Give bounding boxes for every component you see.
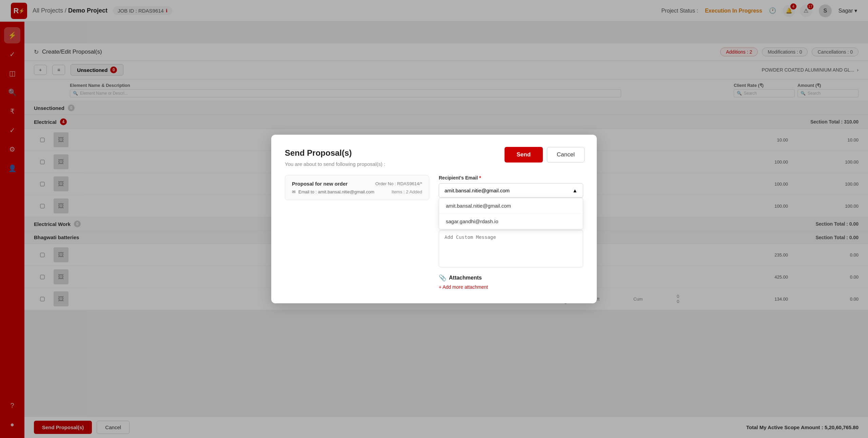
proposal-name: Proposal for new order xyxy=(292,181,348,187)
modal-actions: Send Cancel xyxy=(505,147,585,163)
email-option-1-text: amit.bansal.nitie@gmail.com xyxy=(446,203,511,209)
modal-overlay: Send Cancel Send Proposal(s) You are abo… xyxy=(0,0,868,438)
proposal-card-header: Proposal for new order Order No : RDAS96… xyxy=(292,181,422,187)
attachments-section: 📎 Attachments + Add more attachment xyxy=(439,274,583,290)
proposal-order: Order No : RDAS9614/* xyxy=(375,181,422,186)
proposal-email-row: ✉ Email to : amit.bansal.nitie@gmail.com… xyxy=(292,189,422,194)
custom-message-input[interactable] xyxy=(439,230,583,267)
modal-left-panel: Proposal for new order Order No : RDAS96… xyxy=(285,175,429,290)
recipient-email-label: Recipient's Email * xyxy=(439,175,583,180)
chevron-up-icon: ▲ xyxy=(572,188,577,193)
proposal-card: Proposal for new order Order No : RDAS96… xyxy=(285,175,429,200)
recipient-email-text: Recipient's Email xyxy=(439,175,478,180)
email-dropdown-menu: amit.bansal.nitie@gmail.com sagar.gandhi… xyxy=(439,198,583,229)
email-select[interactable]: amit.bansal.nitie@gmail.com ▲ xyxy=(439,183,583,198)
email-icon: ✉ xyxy=(292,189,296,194)
email-option-2[interactable]: sagar.gandhi@rdash.io xyxy=(439,214,583,229)
send-proposal-modal: Send Cancel Send Proposal(s) You are abo… xyxy=(271,135,597,303)
attachments-header: 📎 Attachments xyxy=(439,274,583,282)
modal-right-panel: Recipient's Email * amit.bansal.nitie@gm… xyxy=(439,175,583,290)
add-attachment-link[interactable]: + Add more attachment xyxy=(439,284,583,290)
proposal-items: Items : 2 Added xyxy=(392,189,422,194)
proposal-email: Email to : amit.bansal.nitie@gmail.com xyxy=(298,189,374,194)
email-option-2-text: sagar.gandhi@rdash.io xyxy=(446,218,498,224)
paperclip-icon: 📎 xyxy=(439,274,446,282)
selected-email-text: amit.bansal.nitie@gmail.com xyxy=(445,188,510,193)
modal-body: Proposal for new order Order No : RDAS96… xyxy=(285,175,583,290)
email-select-wrapper: amit.bansal.nitie@gmail.com ▲ amit.bansa… xyxy=(439,183,583,198)
modal-cancel-button[interactable]: Cancel xyxy=(547,147,585,163)
required-star: * xyxy=(479,175,481,180)
attachments-label: Attachments xyxy=(449,275,482,281)
modal-send-button[interactable]: Send xyxy=(505,147,543,163)
email-option-1[interactable]: amit.bansal.nitie@gmail.com xyxy=(439,198,583,214)
